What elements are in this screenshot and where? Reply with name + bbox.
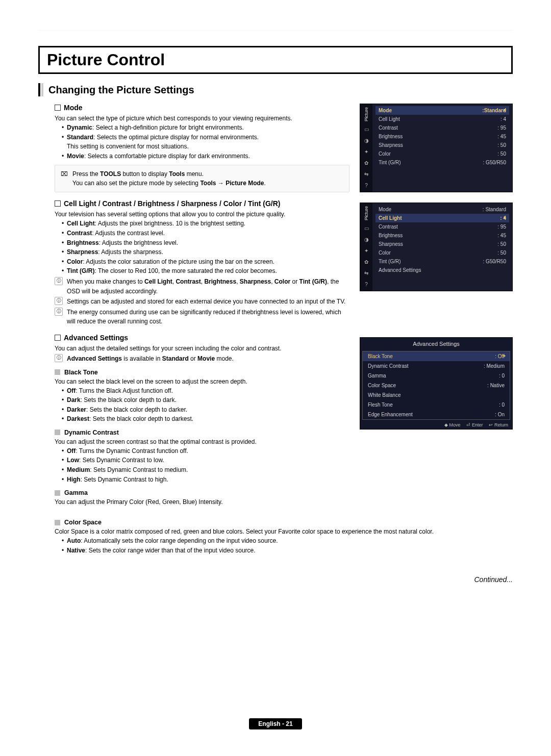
osd-row: Cell Light: 4 (375, 115, 509, 123)
page-title-box: Picture Control (38, 46, 513, 74)
osd-row: Cell Light: 4 (375, 214, 509, 222)
osd-row: Black Tone: Off (363, 351, 510, 361)
subbullet-icon (55, 369, 60, 375)
sound-icon: ◑ (363, 236, 370, 243)
osd-row: Color: 50 (375, 149, 509, 158)
sound-icon: ◑ (363, 137, 370, 144)
bt-off: Off: Turns the Black Adjust function off… (62, 386, 349, 396)
return-hint: ↩ Return (489, 422, 508, 427)
adv-note: ⓘ Advanced Settings is available in Stan… (55, 354, 349, 364)
osd-footer: ◆ Move ⏎ Enter ↩ Return (360, 421, 512, 429)
cl-brightness: Brightness: Adjusts the brightness level… (62, 238, 349, 248)
adv-intro: You can adjust the detailed settings for… (55, 344, 349, 353)
osd-row: Flesh Tone: 0 (363, 400, 510, 410)
tv-icon: ▭ (363, 224, 370, 232)
osd-row: Dynamic Contrast: Medium (363, 361, 510, 371)
osd-row: Sharpness: 50 (375, 141, 509, 149)
sub-black-tone: Black Tone (55, 369, 349, 376)
page-number: English - 21 (249, 718, 302, 729)
cl-note-2: ⓘSettings can be adjusted and stored for… (55, 297, 349, 307)
subbullet-icon (55, 520, 60, 525)
cl-note-3: ⓘThe energy consumed during use can be s… (55, 308, 349, 326)
mode-tools-note: ⌧ Press the TOOLS button to display Tool… (55, 165, 349, 192)
dc-medium: Medium: Sets Dynamic Contrast to medium. (62, 465, 349, 475)
bullet-icon (55, 105, 61, 111)
dc-low: Low: Sets Dynamic Contrast to low. (62, 456, 349, 465)
osd-row: Color: 50 (375, 248, 509, 257)
setup-icon: ✿ (363, 159, 370, 166)
osd-row: White Balance (363, 390, 510, 400)
subbullet-icon (55, 430, 60, 435)
cs-native: Native: Sets the color range wider than … (62, 546, 513, 556)
bt-darker: Darker: Sets the black color depth to da… (62, 405, 349, 415)
sub-dynamic-contrast: Dynamic Contrast (55, 429, 349, 436)
cl-color: Color: Adjusts the color saturation of t… (62, 257, 349, 267)
osd-sidebar: Picture ▭ ◑ ✦ ✿ ⇆ ? (360, 104, 372, 192)
page-title: Picture Control (47, 51, 504, 69)
subtitle: Changing the Picture Settings (48, 84, 194, 96)
tv-icon: ▭ (363, 125, 370, 133)
osd-row: Advanced Settings (375, 266, 509, 274)
mode-heading: Mode (64, 104, 83, 112)
bullet-icon (55, 200, 61, 207)
bt-darkest: Darkest: Sets the black color depth to d… (62, 414, 349, 424)
cl-note-1: ⓘ When you make changes to Cell Light, C… (55, 277, 349, 296)
osd-row: Contrast: 95 (375, 222, 509, 231)
channel-icon: ✦ (363, 148, 370, 155)
info-icon: ⓘ (55, 354, 63, 362)
info-icon: ⓘ (55, 308, 63, 316)
info-icon: ⓘ (55, 277, 63, 285)
section-color-space: Color Space Color Space is a color matri… (55, 519, 513, 555)
subtitle-bars-icon (38, 83, 43, 96)
osd-row: Brightness: 45 (375, 132, 509, 141)
cl-celllight: Cell Light: Adjusts the pixel brightness… (62, 219, 349, 229)
page-footer: English - 21 (0, 718, 551, 729)
section-mode: Mode You can select the type of picture … (55, 104, 349, 192)
section-cell-light: Cell Light / Contrast / Brightness / Sha… (55, 199, 349, 326)
sub-color-space: Color Space (55, 519, 513, 526)
osd-advanced-settings: Advanced Settings Black Tone: OffDynamic… (360, 337, 513, 430)
osd-picture-mode: Picture ▭ ◑ ✦ ✿ ⇆ ? Mode:StandardCell Li… (360, 104, 513, 192)
osd-row: Brightness: 45 (375, 231, 509, 240)
osd-row: Mode: Standard (375, 205, 509, 214)
sub-gamma: Gamma (55, 489, 349, 496)
input-icon: ⇆ (363, 170, 370, 178)
subbullet-icon (55, 490, 60, 496)
adv-heading: Advanced Settings (64, 334, 128, 342)
bt-dark: Dark: Sets the black color depth to dark… (62, 395, 349, 405)
support-icon: ? (363, 281, 370, 288)
osd-row: Contrast: 95 (375, 123, 509, 132)
info-icon: ⓘ (55, 297, 63, 305)
cs-auto: Auto: Automatically sets the color range… (62, 536, 513, 546)
osd-row: Sharpness: 50 (375, 240, 509, 248)
mode-intro: You can select the type of picture which… (55, 114, 349, 123)
section-advanced: Advanced Settings You can adjust the det… (55, 334, 349, 507)
osd-sidebar: Picture ▭ ◑ ✦ ✿ ⇆ ? (360, 203, 372, 291)
cl-intro: Your television has several setting opti… (55, 210, 349, 219)
dc-high: High: Sets Dynamic Contrast to high. (62, 475, 349, 485)
mode-standard: Standard: Selects the optimal picture di… (62, 133, 349, 152)
osd-row: Color Space: Native (363, 381, 510, 390)
page-ghost-header (38, 13, 513, 31)
cl-heading: Cell Light / Contrast / Brightness / Sha… (64, 199, 280, 208)
support-icon: ? (363, 182, 370, 189)
setup-icon: ✿ (363, 258, 370, 265)
mode-dynamic: Dynamic: Select a high-definition pictur… (62, 123, 349, 133)
osd-row: Tint (G/R): G50/R50 (375, 158, 509, 167)
mode-movie: Movie: Selects a comfortable picture dis… (62, 152, 349, 161)
bullet-icon (55, 335, 61, 341)
move-hint: ◆ Move (444, 422, 461, 427)
osd-row: Gamma: 0 (363, 371, 510, 381)
channel-icon: ✦ (363, 247, 370, 254)
subtitle-row: Changing the Picture Settings (38, 83, 513, 96)
dc-off: Off: Turns the Dynamic Contrast function… (62, 446, 349, 456)
osd-row: Tint (G/R): G50/R50 (375, 257, 509, 266)
osd-row: Mode:Standard (375, 106, 509, 115)
osd-picture-celllight: Picture ▭ ◑ ✦ ✿ ⇆ ? Mode: StandardCell L… (360, 203, 513, 291)
cl-contrast: Contrast: Adjusts the contrast level. (62, 229, 349, 238)
input-icon: ⇆ (363, 269, 370, 276)
enter-hint: ⏎ Enter (466, 422, 483, 427)
tools-icon: ⌧ (60, 169, 68, 179)
continued-label: Continued... (38, 575, 513, 584)
osd-row: Edge Enhancement: On (363, 410, 510, 419)
